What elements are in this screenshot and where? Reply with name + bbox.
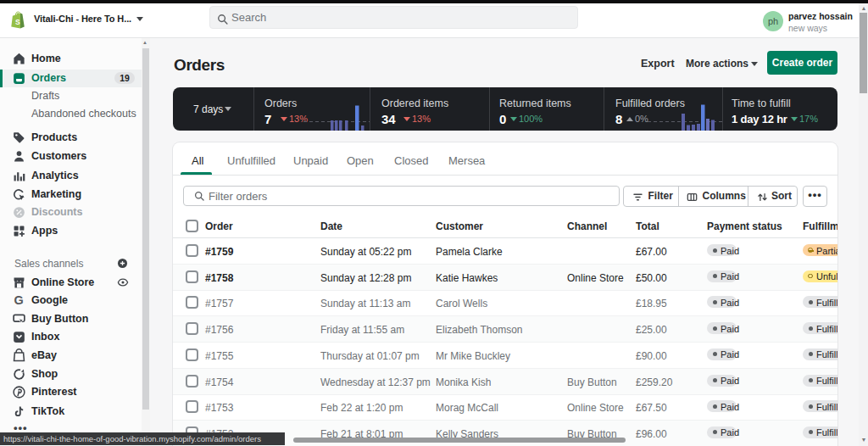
svg-text:S: S: [15, 18, 20, 26]
svg-text:G: G: [14, 293, 24, 307]
